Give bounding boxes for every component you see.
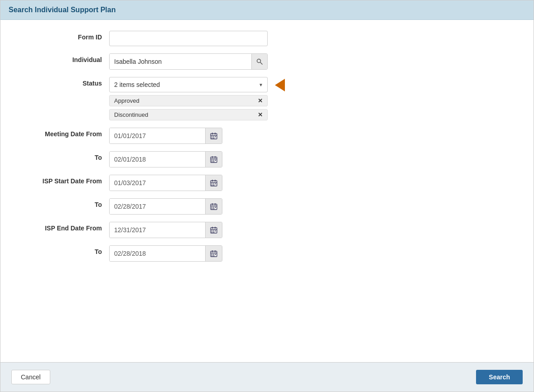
svg-rect-53 — [215, 254, 216, 255]
svg-line-1 — [260, 62, 262, 64]
tag-approved-remove[interactable]: ✕ — [258, 97, 263, 104]
svg-rect-44 — [215, 230, 216, 231]
isp-start-to-label: To — [19, 198, 109, 208]
form-id-label: Form ID — [19, 31, 109, 41]
svg-rect-35 — [215, 207, 216, 208]
svg-rect-27 — [212, 185, 212, 186]
svg-rect-42 — [212, 230, 212, 231]
calendar-icon — [210, 132, 217, 139]
meeting-date-from-calendar-button[interactable] — [205, 128, 222, 143]
svg-rect-8 — [215, 136, 216, 137]
form-id-wrap — [109, 31, 299, 46]
tag-discontinued-label: Discontinued — [114, 111, 148, 118]
svg-rect-26 — [215, 183, 216, 184]
individual-row: Individual — [19, 53, 515, 70]
isp-end-to-label: To — [19, 245, 109, 255]
isp-start-to-calendar-button[interactable] — [205, 199, 222, 214]
isp-start-to-group — [109, 198, 222, 215]
modal-header: Search Individual Support Plan — [0, 0, 534, 20]
svg-rect-24 — [212, 183, 212, 184]
isp-end-to-calendar-button[interactable] — [205, 246, 222, 261]
tag-discontinued: Discontinued ✕ — [109, 109, 268, 120]
svg-rect-34 — [213, 207, 214, 208]
status-dropdown[interactable]: 2 items selected — [109, 77, 268, 92]
individual-input-group — [109, 53, 268, 70]
svg-rect-45 — [212, 232, 212, 233]
arrow-indicator — [275, 77, 285, 93]
meeting-date-from-wrap — [109, 128, 299, 144]
individual-search-button[interactable] — [251, 54, 267, 69]
svg-rect-28 — [213, 185, 214, 186]
isp-end-to-input[interactable] — [110, 246, 205, 261]
form-id-row: Form ID — [19, 31, 515, 46]
form-id-input[interactable] — [109, 31, 268, 46]
meeting-date-from-row: Meeting Date From — [19, 128, 515, 144]
isp-end-to-group — [109, 245, 222, 262]
svg-rect-18 — [212, 161, 212, 162]
meeting-date-to-wrap — [109, 151, 299, 167]
svg-rect-25 — [213, 183, 214, 184]
isp-end-from-label: ISP End Date From — [19, 222, 109, 232]
isp-start-from-input[interactable] — [110, 175, 205, 191]
meeting-date-from-label: Meeting Date From — [19, 128, 109, 138]
isp-start-to-wrap — [109, 198, 299, 215]
meeting-date-from-group — [109, 128, 222, 144]
individual-label: Individual — [19, 53, 109, 63]
status-select-wrap: 2 items selected — [109, 77, 268, 92]
modal-title: Search Individual Support Plan — [9, 6, 115, 14]
svg-rect-9 — [212, 138, 212, 139]
isp-start-from-group — [109, 175, 222, 191]
isp-start-from-wrap — [109, 175, 299, 191]
calendar-icon — [210, 203, 217, 210]
isp-start-from-calendar-button[interactable] — [205, 175, 222, 191]
meeting-date-to-calendar-button[interactable] — [205, 152, 222, 167]
svg-rect-16 — [213, 160, 214, 161]
svg-rect-46 — [213, 232, 214, 233]
svg-rect-19 — [213, 161, 214, 162]
svg-rect-17 — [215, 160, 216, 161]
isp-start-to-row: To — [19, 198, 515, 215]
search-icon — [256, 58, 263, 65]
meeting-date-from-input[interactable] — [110, 128, 205, 143]
isp-end-to-wrap — [109, 245, 299, 262]
svg-rect-36 — [212, 208, 212, 209]
tag-approved: Approved ✕ — [109, 95, 268, 106]
svg-rect-10 — [213, 138, 214, 139]
svg-rect-54 — [212, 255, 212, 256]
svg-rect-7 — [213, 136, 214, 137]
meeting-date-to-group — [109, 151, 222, 167]
individual-wrap — [109, 53, 299, 70]
svg-rect-15 — [212, 160, 212, 161]
svg-rect-33 — [212, 207, 212, 208]
isp-start-from-label: ISP Start Date From — [19, 175, 109, 185]
svg-rect-43 — [213, 230, 214, 231]
isp-end-from-group — [109, 222, 222, 238]
individual-input[interactable] — [110, 54, 251, 69]
calendar-icon — [210, 179, 217, 186]
meeting-date-to-row: To — [19, 151, 515, 167]
cancel-button[interactable]: Cancel — [11, 370, 50, 384]
modal-body: Form ID Individual — [0, 20, 534, 362]
isp-end-from-wrap — [109, 222, 299, 238]
calendar-icon — [210, 156, 217, 163]
arrow-right-icon — [275, 79, 285, 91]
isp-end-from-row: ISP End Date From — [19, 222, 515, 238]
svg-rect-37 — [213, 208, 214, 209]
isp-end-to-row: To — [19, 245, 515, 262]
modal-footer: Cancel Search — [0, 362, 534, 392]
calendar-icon — [210, 250, 217, 257]
selected-tags-list: Approved ✕ Discontinued ✕ — [109, 95, 268, 120]
meeting-date-to-input[interactable] — [110, 152, 205, 167]
tag-discontinued-remove[interactable]: ✕ — [258, 111, 263, 118]
meeting-date-to-label: To — [19, 151, 109, 161]
isp-start-from-row: ISP Start Date From — [19, 175, 515, 191]
isp-end-from-calendar-button[interactable] — [205, 222, 222, 238]
search-button[interactable]: Search — [476, 370, 523, 384]
calendar-icon — [210, 226, 217, 234]
svg-rect-55 — [213, 255, 214, 256]
svg-rect-52 — [213, 254, 214, 255]
isp-start-to-input[interactable] — [110, 199, 205, 214]
status-wrap: 2 items selected Approved ✕ Discontinued… — [109, 77, 268, 120]
isp-end-from-input[interactable] — [110, 222, 205, 238]
status-label: Status — [19, 77, 109, 87]
